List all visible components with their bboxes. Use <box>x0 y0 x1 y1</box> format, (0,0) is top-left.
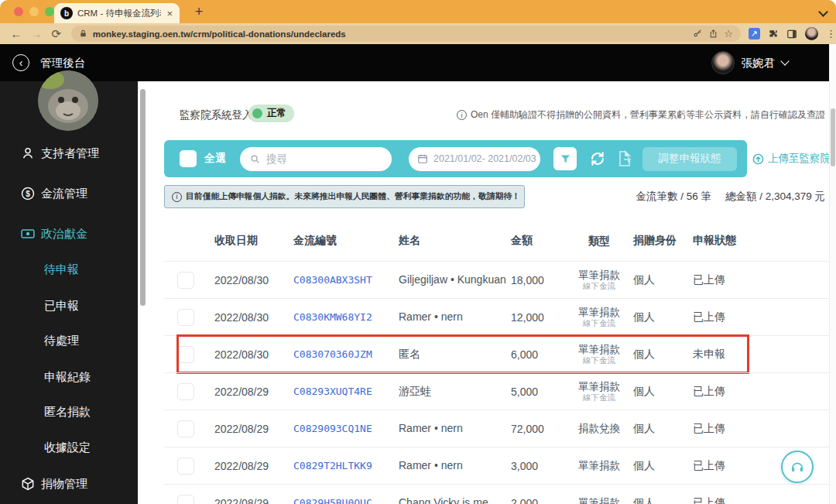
sidebar-item-pending[interactable]: 待處理 <box>0 332 138 349</box>
table-row[interactable]: 2022/08/30 C08300ABX3SHT Giljegiljaw • K… <box>164 261 829 298</box>
sidebar-item-receipt-settings[interactable]: 收據設定 <box>0 439 138 456</box>
row-subtype: 線下金流 <box>567 393 632 402</box>
row-name: Chang Vicky is me <box>392 496 508 504</box>
user-avatar[interactable] <box>711 51 735 74</box>
header-date: 收取日期 <box>207 234 288 248</box>
row-subtype: 線下金流 <box>567 318 632 327</box>
refresh-icon <box>589 150 606 167</box>
svg-text:$: $ <box>26 190 30 198</box>
bookmark-star-icon[interactable]: ☆ <box>724 28 733 39</box>
row-name: Ramer • nern <box>392 422 508 436</box>
row-status: 已上傳 <box>681 459 759 473</box>
zoom-window-button[interactable] <box>45 7 54 16</box>
page-scrollbar[interactable] <box>829 44 836 504</box>
row-code-link[interactable]: C0829H5BU0OUC <box>288 497 392 504</box>
filter-button[interactable] <box>553 147 577 170</box>
row-status: 已上傳 <box>681 385 759 399</box>
sidebar-item-declared[interactable]: 已申報 <box>0 297 138 314</box>
sidebar-item-cashflow[interactable]: $ 金流管理 <box>0 185 138 202</box>
side-panel-icon[interactable] <box>786 29 797 39</box>
refresh-button[interactable] <box>589 150 606 167</box>
sidebar-item-declaration-records[interactable]: 申報紀錄 <box>0 369 138 386</box>
select-all-label: 全選 <box>204 152 226 166</box>
funnel-icon <box>560 153 571 165</box>
sidebar-item-political-donations[interactable]: 政治獻金 <box>0 225 138 242</box>
row-identity: 個人 <box>632 459 681 473</box>
sidebar-scrollbar-thumb[interactable] <box>140 89 146 306</box>
row-checkbox[interactable] <box>177 272 194 289</box>
row-amount: 2,000 <box>508 497 567 504</box>
row-code-link[interactable]: C0830KMW68YI2 <box>288 311 392 323</box>
row-date: 2022/08/29 <box>207 460 288 472</box>
info-icon <box>457 110 467 120</box>
minimize-window-button[interactable] <box>29 7 39 16</box>
browser-tab[interactable]: b CRM - 待申報金流列表 | 政治獻金 × <box>54 3 180 23</box>
row-checkbox[interactable] <box>177 383 194 400</box>
row-checkbox[interactable] <box>177 346 194 363</box>
table-row[interactable]: 2022/08/30 C0830KMW68YI2 Ramer • nern 12… <box>164 298 829 335</box>
browser-window: b CRM - 待申報金流列表 | 政治獻金 × + ← → ⟳ monkey.… <box>0 0 836 504</box>
select-all-checkbox[interactable] <box>180 150 197 167</box>
row-status: 已上傳 <box>681 422 759 436</box>
export-button[interactable] <box>615 149 634 168</box>
row-checkbox[interactable] <box>177 309 194 326</box>
password-key-icon[interactable] <box>693 29 703 39</box>
row-checkbox[interactable] <box>177 458 194 475</box>
row-name: 匿名 <box>392 348 508 362</box>
row-date: 2022/08/29 <box>207 423 288 435</box>
sidebar-item-supporters[interactable]: 支持者管理 <box>0 145 138 162</box>
row-code-link[interactable]: C0829093CQ1NE <box>288 423 392 434</box>
row-checkbox[interactable] <box>177 495 194 504</box>
adjust-declare-status-button[interactable]: 調整申報狀態 <box>642 147 737 171</box>
sidebar-item-donated-goods[interactable]: 捐物管理 <box>0 475 138 492</box>
window-controls[interactable] <box>14 7 54 16</box>
row-name: Ramer • nern <box>392 459 508 473</box>
extension-icon[interactable] <box>749 28 760 39</box>
row-code-link[interactable]: C08293XUQT4RE <box>288 386 392 397</box>
table-row[interactable]: 2022/08/29 C08293XUQT4RE 游亞蛙 5,000 單筆捐款 … <box>164 372 829 410</box>
upload-to-moj-button[interactable]: 上傳至監察院 <box>748 140 834 177</box>
support-button[interactable] <box>781 451 814 483</box>
reload-icon[interactable]: ⟳ <box>46 27 67 41</box>
table-row[interactable]: 2022/08/29 C0829T2HLTKK9 Ramer • nern 3,… <box>164 447 829 484</box>
banknote-icon <box>20 226 36 242</box>
header-type: 類型 <box>567 235 632 247</box>
org-avatar[interactable] <box>38 70 98 131</box>
row-checkbox[interactable] <box>177 420 194 437</box>
row-amount: 6,000 <box>508 348 567 361</box>
row-date: 2022/08/30 <box>207 311 288 324</box>
close-window-button[interactable] <box>14 7 23 16</box>
date-range-picker[interactable]: 2021/01/02- 2021/02/03 <box>409 147 540 171</box>
sidebar-item-anonymous-donations[interactable]: 匿名捐款 <box>0 403 138 420</box>
share-icon[interactable] <box>708 29 718 39</box>
user-menu[interactable]: 張婉君 <box>711 51 789 74</box>
sidebar-item-undeclared[interactable]: 待申報 <box>0 261 138 278</box>
sidebar-scrollbar[interactable] <box>138 81 148 504</box>
puzzle-extensions-icon[interactable] <box>768 29 779 39</box>
back-icon[interactable]: ← <box>6 27 26 40</box>
row-code-link[interactable]: C083070360JZM <box>288 348 392 360</box>
table-row[interactable]: 2022/08/29 C0829093CQ1NE Ramer • nern 72… <box>164 410 829 447</box>
tab-search-chevron-icon[interactable] <box>818 7 828 17</box>
header-amount: 金額 <box>508 234 567 248</box>
new-tab-button[interactable]: + <box>190 3 207 20</box>
browser-menu-icon[interactable]: ⋮ <box>826 28 836 39</box>
file-export-icon <box>615 149 634 168</box>
tab-close-icon[interactable]: × <box>166 9 173 19</box>
table-row[interactable]: 2022/08/29 C0829H5BU0OUC Chang Vicky is … <box>164 484 829 504</box>
row-status: 已上傳 <box>681 310 759 324</box>
row-code-link[interactable]: C08300ABX3SHT <box>288 274 392 286</box>
row-amount: 5,000 <box>508 386 567 398</box>
address-bar[interactable]: monkey.staging.oen.tw/crm/political-dona… <box>71 26 741 42</box>
info-icon <box>172 192 182 202</box>
row-code-link[interactable]: C0829T2HLTKK9 <box>288 460 392 471</box>
back-circle-icon[interactable]: ‹ <box>12 54 29 71</box>
user-name: 張婉君 <box>742 56 776 70</box>
search-input[interactable] <box>266 153 367 165</box>
forward-icon[interactable]: → <box>26 27 46 40</box>
table-row[interactable]: 2022/08/30 C083070360JZM 匿名 6,000 單筆捐款 線… <box>164 335 829 372</box>
search-box[interactable] <box>240 147 392 171</box>
browser-toolbar: ← → ⟳ monkey.staging.oen.tw/crm/politica… <box>0 23 836 44</box>
browser-profile-avatar[interactable] <box>805 27 818 40</box>
page-scrollbar-thumb[interactable] <box>831 108 835 166</box>
